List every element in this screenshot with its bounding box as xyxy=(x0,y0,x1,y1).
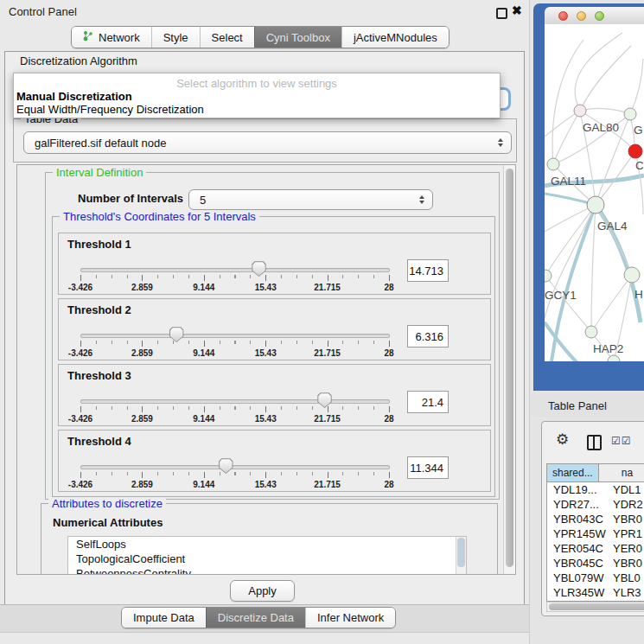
tab-style[interactable]: Style xyxy=(151,27,200,48)
screen: Control Panel ✖ NetworkStyleSelectCyni T… xyxy=(0,0,644,644)
table-header-row: shared... na xyxy=(547,464,644,482)
control-panel-window: Control Panel ✖ NetworkStyleSelectCyni T… xyxy=(0,0,530,644)
threshold-value-field[interactable]: 21.4 xyxy=(407,391,449,413)
table-row[interactable]: YBL079WYBL0 xyxy=(547,571,644,585)
table-horizontal-scrollbar[interactable] xyxy=(546,602,644,612)
column-header-name[interactable]: na xyxy=(599,464,644,481)
thresholds-group: Threshold's Coordinates for 5 Intervals … xyxy=(52,216,495,497)
tab-select[interactable]: Select xyxy=(200,27,254,48)
gear-icon[interactable]: ⚙ xyxy=(556,432,569,447)
cell-name[interactable]: YDR2 xyxy=(613,498,643,511)
network-node-gcy1[interactable] xyxy=(545,270,552,282)
threshold-slider-track[interactable] xyxy=(80,465,390,469)
numerical-attributes-label: Numerical Attributes xyxy=(53,516,163,529)
network-node-h[interactable] xyxy=(624,267,640,283)
slider-tick-labels: -3.4262.8599.14415.4321.71528 xyxy=(59,348,490,359)
cell-shared-name[interactable]: YDR27... xyxy=(547,498,613,511)
table-row[interactable]: YER054CYER0 xyxy=(547,541,644,556)
cell-name[interactable]: YPR1 xyxy=(613,527,642,540)
table-row[interactable]: YDL19...YDL1 xyxy=(547,482,644,497)
network-view-window: GAL80GCGAL11GAL4GCY1HHAP2 xyxy=(533,3,644,391)
threshold-value-field[interactable]: 11.344 xyxy=(407,456,449,479)
cell-shared-name[interactable]: YER054C xyxy=(547,542,613,555)
cell-name[interactable]: YLR3 xyxy=(613,586,641,599)
network-node-hap2[interactable] xyxy=(585,326,597,338)
cell-name[interactable]: YDL1 xyxy=(613,483,641,496)
close-icon[interactable]: ✖ xyxy=(512,3,522,17)
cell-name[interactable]: YBL0 xyxy=(613,571,641,584)
threshold-slider-track[interactable] xyxy=(80,399,390,404)
tab-network[interactable]: Network xyxy=(72,27,151,48)
cell-shared-name[interactable]: YLR345W xyxy=(547,586,613,599)
select-columns-icon[interactable]: ☑☑ xyxy=(611,435,632,447)
column-header-shared[interactable]: shared... xyxy=(547,464,599,481)
cell-shared-name[interactable]: YBL079W xyxy=(547,571,613,584)
network-node-c[interactable] xyxy=(628,144,642,158)
control-panel-titlebar: Control Panel ✖ xyxy=(0,0,529,22)
network-node-gal4[interactable] xyxy=(587,196,604,214)
attributes-list-scrollbar[interactable] xyxy=(456,537,466,575)
tick-label: 2.859 xyxy=(131,414,153,424)
attribute-list-item[interactable]: BetweennessCentrality xyxy=(68,566,466,575)
cell-name[interactable]: YBR0 xyxy=(613,513,642,526)
cell-shared-name[interactable]: YPR145W xyxy=(547,527,613,540)
zoom-traffic-light-icon[interactable] xyxy=(595,11,604,21)
threshold-1-panel: Threshold 1 -3.4262.8599.14415.4321.7152… xyxy=(58,233,491,295)
table-row[interactable]: YBR043CYBR0 xyxy=(547,512,644,526)
tick-label: 2.859 xyxy=(131,480,153,489)
number-of-intervals-combobox[interactable]: 5 xyxy=(188,189,433,210)
table-row[interactable]: YLR345WYLR3 xyxy=(547,585,644,600)
tick-label: 2.859 xyxy=(131,348,153,358)
table-row[interactable]: YPR145WYPR1 xyxy=(547,526,644,541)
popup-placeholder-option[interactable]: Select algorithm to view settings xyxy=(14,77,500,90)
slider-ticks xyxy=(80,472,390,479)
network-canvas[interactable]: GAL80GCGAL11GAL4GCY1HHAP2 xyxy=(545,24,644,361)
network-node-g[interactable] xyxy=(624,108,636,120)
threshold-value-field[interactable]: 14.713 xyxy=(407,259,449,282)
node-attribute-table: shared... na YDL19...YDL1YDR27...YDR2YBR… xyxy=(546,463,644,602)
tab-cyni-toolbox[interactable]: Cyni Toolbox xyxy=(254,27,341,48)
close-traffic-light-icon[interactable] xyxy=(558,11,568,21)
thresholds-group-title: Threshold's Coordinates for 5 Intervals xyxy=(60,210,259,223)
float-window-icon[interactable] xyxy=(496,8,507,19)
network-node-gal80[interactable] xyxy=(574,105,586,117)
threshold-value-field[interactable]: 6.316 xyxy=(407,325,449,348)
cell-shared-name[interactable]: YBR045C xyxy=(547,557,613,570)
threshold-3-panel: Threshold 3 -3.4262.8599.14415.4321.7152… xyxy=(58,364,491,426)
tick-label: 15.43 xyxy=(255,348,277,358)
cell-shared-name[interactable]: YBR043C xyxy=(547,513,613,526)
cell-name[interactable]: YER0 xyxy=(613,542,642,555)
minimize-traffic-light-icon[interactable] xyxy=(577,11,586,21)
table-row[interactable]: YBR045CYBR0 xyxy=(547,556,644,571)
tab-infer-network[interactable]: Infer Network xyxy=(305,608,395,628)
tab-impute-data[interactable]: Impute Data xyxy=(122,608,206,628)
tick-label: 28 xyxy=(384,283,393,292)
threshold-label: Threshold 2 xyxy=(67,303,131,316)
tab-discretize-data[interactable]: Discretize Data xyxy=(206,608,305,628)
numerical-attributes-list[interactable]: SelfLoopsTopologicalCoefficientBetweenne… xyxy=(67,536,467,575)
column-layout-icon[interactable] xyxy=(587,435,602,450)
threshold-slider-track[interactable] xyxy=(80,334,390,338)
table-data-combobox[interactable]: galFiltered.sif default node xyxy=(23,131,512,154)
cell-shared-name[interactable]: YDL19... xyxy=(547,483,613,496)
attribute-list-item[interactable]: SelfLoops xyxy=(68,537,466,552)
attributes-group: Attributes to discretize Numerical Attri… xyxy=(41,503,498,575)
threshold-label: Threshold 3 xyxy=(67,369,131,382)
tab-label: Network xyxy=(99,31,140,44)
cyni-toolbox-panel: Discretization Algorithm Select algorith… xyxy=(4,51,525,605)
network-icon xyxy=(83,30,94,44)
tab-jactivemnodules[interactable]: jActiveMNodules xyxy=(341,27,449,48)
cell-name[interactable]: YBR0 xyxy=(613,557,642,570)
settings-panel-scrollbar[interactable] xyxy=(503,165,515,574)
popup-option-equal-width-frequency[interactable]: Equal Width/Frequency Discretization xyxy=(16,103,204,116)
attribute-list-item[interactable]: TopologicalCoefficient xyxy=(68,552,466,566)
threshold-slider-track[interactable] xyxy=(80,268,390,272)
popup-option-manual-discretization[interactable]: Manual Discretization xyxy=(16,90,132,103)
network-node-gal11[interactable] xyxy=(547,158,559,170)
apply-button[interactable]: Apply xyxy=(230,580,295,602)
network-window-titlebar xyxy=(545,7,644,25)
attributes-group-title: Attributes to discretize xyxy=(48,497,166,510)
tick-label: -3.426 xyxy=(68,283,92,292)
tick-label: 28 xyxy=(384,480,393,489)
table-row[interactable]: YDR27...YDR2 xyxy=(547,497,644,512)
